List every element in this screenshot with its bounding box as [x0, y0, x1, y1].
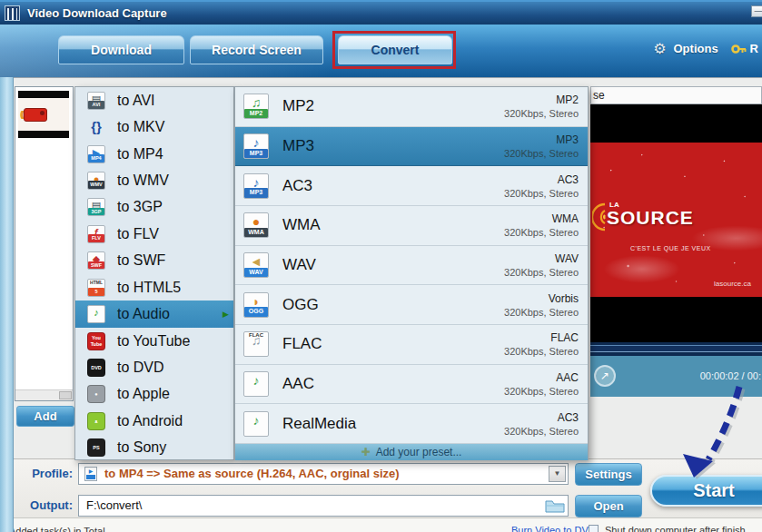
format-menu-item-label: to AVI — [117, 93, 155, 109]
format-menu-item[interactable]: HTML5 to HTML5 — [75, 274, 233, 300]
preset-name: RealMedia — [282, 415, 356, 433]
preset-item[interactable]: ♪ AAC AAC 320Kbps, Stereo — [235, 365, 588, 405]
preset-details: MP2 320Kbps, Stereo — [504, 94, 579, 119]
add-preset-label: Add your preset... — [376, 446, 462, 458]
preset-format: AC3 — [558, 173, 579, 186]
format-type-icon: ●WMV — [87, 172, 105, 190]
format-menu-item-label: to Sony — [117, 439, 166, 456]
output-label: Output: — [13, 498, 73, 512]
preset-item[interactable]: ♪MP3 MP3 MP3 320Kbps, Stereo — [235, 127, 588, 167]
format-type-icon: You Tube — [87, 332, 105, 350]
format-type-icon: ♪ — [87, 305, 105, 323]
settings-button[interactable]: Settings — [575, 463, 642, 486]
video-screen: LA SOURCE C'EST LE QUE JE VEUX lasource.… — [590, 104, 762, 342]
format-menu-item-label: to MP4 — [117, 146, 163, 163]
options-button[interactable]: Options — [674, 42, 718, 55]
output-path-field[interactable]: F:\convert\ — [78, 495, 569, 517]
video-thumbnail[interactable]: ((( — [18, 91, 69, 138]
format-menu-item[interactable]: ● to Apple — [75, 381, 233, 408]
scrollbar-thumb[interactable] — [59, 391, 72, 399]
burn-dvd-link[interactable]: Burn Video to DVD — [511, 525, 596, 532]
preset-details: WMA 320Kbps, Stereo — [504, 212, 579, 238]
mp4-file-icon — [84, 467, 97, 481]
format-menu-item-label: to MKV — [117, 119, 164, 135]
preset-item[interactable]: FLAC♫ FLAC FLAC 320Kbps, Stereo — [235, 325, 588, 365]
format-menu-item[interactable]: PS to Sony — [75, 434, 233, 460]
gear-icon: ⚙ — [653, 40, 666, 57]
format-menu-item[interactable]: ᴥ to Android — [75, 408, 233, 434]
format-menu-item-label: to Apple — [117, 386, 170, 402]
format-menu-item[interactable]: ●WMV to WMV — [75, 167, 233, 193]
format-menu-item[interactable]: ▤AVI to AVI — [75, 87, 233, 113]
preset-type-icon: ♪MP3 — [243, 173, 269, 199]
preset-format: MP2 — [556, 94, 579, 106]
preset-item[interactable]: ♪MP3 AC3 AC3 320Kbps, Stereo — [235, 166, 588, 206]
file-list-panel: ((( — [15, 86, 74, 401]
format-menu-item[interactable]: DVD to DVD — [75, 354, 233, 380]
preset-bitrate: 320Kbps, Stereo — [504, 188, 579, 199]
chevron-down-icon[interactable]: ▼ — [549, 466, 566, 482]
playback-control-bar: ↗ 00:00:02 / 00: — [590, 356, 762, 397]
format-menu-item[interactable]: ▤3GP to 3GP — [75, 194, 233, 221]
tab-record-screen[interactable]: Record Screen — [190, 35, 323, 64]
format-menu-item-label: to Audio — [117, 306, 170, 322]
preset-format: MP3 — [556, 133, 579, 146]
format-menu-popup: ▤AVI to AVI {} to MKV ▶MP4 to MP4 ●WMV t… — [74, 86, 234, 460]
preset-bitrate: 320Kbps, Stereo — [504, 148, 579, 159]
preset-details: WAV 320Kbps, Stereo — [504, 252, 579, 278]
preset-list: ♫MP2 MP2 MP2 320Kbps, Stereo ♪MP3 MP3 MP… — [235, 87, 588, 444]
format-type-icon: ● — [87, 385, 105, 403]
folder-icon[interactable] — [545, 498, 565, 514]
horizontal-scrollbar[interactable] — [15, 389, 73, 400]
minimize-button[interactable]: — — [751, 5, 762, 17]
tab-download[interactable]: Download — [58, 35, 184, 64]
preset-item[interactable]: ◄WAV WAV WAV 320Kbps, Stereo — [235, 246, 588, 286]
start-button[interactable]: Start — [650, 475, 762, 507]
format-menu-item-label: to HTML5 — [117, 280, 181, 296]
format-type-icon: PS — [87, 438, 105, 457]
format-type-icon: ▶MP4 — [87, 145, 105, 163]
format-type-icon: DVD — [87, 359, 105, 377]
format-type-icon: HTML5 — [87, 279, 105, 297]
add-preset-button[interactable]: ✚ Add your preset... — [235, 444, 588, 460]
format-menu-item[interactable]: ♪ to Audio ▶ — [75, 300, 233, 327]
format-menu-item[interactable]: ƒFLV to FLV — [75, 221, 233, 247]
register-button[interactable]: R — [731, 42, 758, 56]
preset-details: Vorbis 320Kbps, Stereo — [504, 292, 579, 318]
preset-details: AAC 320Kbps, Stereo — [504, 371, 579, 397]
expand-icon[interactable]: ↗ — [594, 365, 616, 387]
preset-bitrate: 320Kbps, Stereo — [504, 108, 579, 119]
profile-dropdown[interactable]: to MP4 => Same as source (H.264, AAC, or… — [78, 463, 569, 485]
format-menu-item[interactable]: ◆SWF to SWF — [75, 248, 233, 274]
key-icon — [731, 42, 747, 56]
preset-format: Vorbis — [549, 292, 579, 305]
preset-bitrate: 320Kbps, Stereo — [504, 307, 579, 318]
open-button[interactable]: Open — [575, 495, 642, 517]
preset-format: WAV — [555, 252, 579, 265]
preset-bitrate: 320Kbps, Stereo — [504, 346, 579, 357]
preset-details: FLAC 320Kbps, Stereo — [504, 331, 579, 357]
shutdown-checkbox-label: Shut down computer after finish — [605, 525, 746, 532]
format-type-icon: ◆SWF — [87, 251, 105, 270]
video-title-strip: se — [590, 86, 762, 104]
playback-time: 00:00:02 / 00: — [700, 370, 762, 381]
format-menu-item[interactable]: {} to MKV — [75, 113, 233, 140]
preset-item[interactable]: ♪ RealMedia AC3 320Kbps, Stereo — [235, 404, 588, 444]
brand-tagline: C'EST LE QUE JE VEUX — [630, 245, 711, 251]
preset-type-icon: FLAC♫ — [243, 331, 269, 357]
preset-item[interactable]: ◗OGG OGG Vorbis 320Kbps, Stereo — [235, 285, 588, 325]
preset-type-icon: ♪MP3 — [243, 133, 269, 159]
video-preview-widget: se LA SOURCE C'EST LE QUE JE VEUX lasour… — [590, 86, 762, 397]
add-button[interactable]: Add — [16, 406, 74, 427]
tab-convert[interactable]: Convert — [338, 35, 452, 64]
shutdown-checkbox[interactable] — [589, 525, 599, 532]
format-menu-item[interactable]: You Tube to YouTube — [75, 328, 233, 354]
window-title: Video Download Capture — [27, 6, 167, 20]
preset-item[interactable]: ♫MP2 MP2 MP2 320Kbps, Stereo — [235, 87, 588, 127]
format-menu-item-label: to 3GP — [117, 199, 163, 215]
preset-bitrate: 320Kbps, Stereo — [504, 386, 579, 397]
format-menu-item[interactable]: ▶MP4 to MP4 — [75, 141, 233, 167]
preset-item[interactable]: ●WMA WMA WMA 320Kbps, Stereo — [235, 206, 588, 246]
format-menu-item-label: to SWF — [117, 252, 165, 269]
red-camera-graphic — [24, 108, 47, 122]
